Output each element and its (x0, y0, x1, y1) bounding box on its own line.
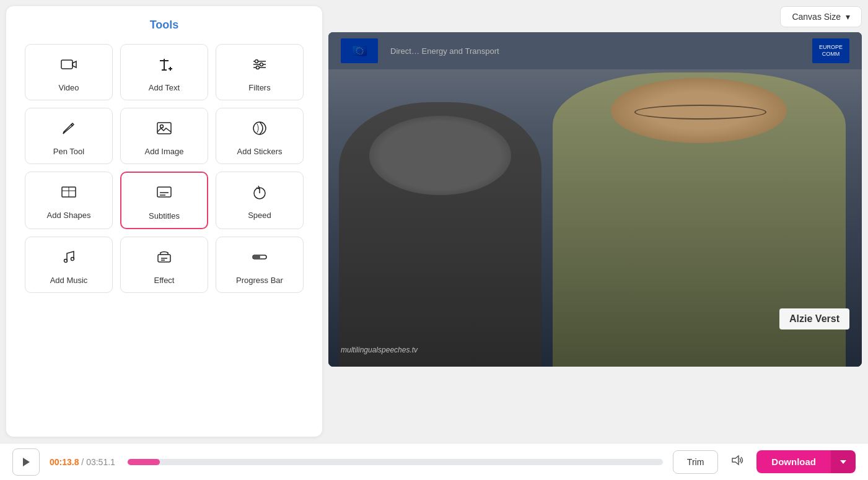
progress-bar[interactable] (128, 459, 663, 465)
total-time: 03:51.1 (86, 457, 115, 467)
banner-text: Direct… Energy and Transport (390, 46, 800, 56)
tool-add-shapes[interactable]: Add Shapes (25, 172, 113, 229)
video-preview: 🇪🇺 Direct… Energy and Transport EUROPECO… (328, 32, 862, 367)
svg-marker-32 (840, 460, 846, 464)
dropdown-chevron-icon (840, 458, 847, 466)
svg-point-15 (253, 122, 266, 134)
add-text-icon (156, 56, 173, 77)
tool-add-stickers-label: Add Stickers (237, 147, 283, 156)
svg-marker-30 (23, 458, 30, 466)
tool-subtitles[interactable]: Subtitles (120, 172, 208, 229)
tools-panel: Tools Video (6, 6, 322, 437)
svg-rect-0 (61, 60, 72, 69)
svg-point-12 (256, 66, 260, 69)
svg-rect-29 (253, 255, 260, 259)
progress-fill (128, 459, 160, 465)
svg-point-23 (64, 260, 68, 263)
svg-point-11 (260, 63, 263, 66)
canvas-size-label: Canvas Size (792, 12, 841, 22)
tool-pen-label: Pen Tool (53, 147, 84, 156)
canvas-size-button[interactable]: Canvas Size ▾ (780, 6, 862, 27)
video-scene: 🇪🇺 Direct… Energy and Transport EUROPECO… (328, 32, 862, 367)
watermark: multilingualspeeches.tv (341, 346, 418, 354)
tool-progress-bar[interactable]: Progress Bar (216, 237, 304, 293)
add-shapes-icon (60, 183, 77, 204)
tool-add-image[interactable]: Add Image (120, 108, 208, 164)
tool-video[interactable]: Video (25, 44, 113, 100)
tool-add-shapes-label: Add Shapes (47, 211, 91, 220)
trim-label: Trim (687, 457, 704, 467)
tool-add-text[interactable]: Add Text (120, 44, 208, 100)
tool-add-text-label: Add Text (149, 83, 180, 92)
trim-button[interactable]: Trim (673, 450, 718, 474)
canvas-top-bar: Canvas Size ▾ (328, 6, 862, 27)
tool-filters[interactable]: Filters (216, 44, 304, 100)
filters-icon (251, 56, 268, 77)
tool-progress-bar-label: Progress Bar (236, 276, 283, 285)
tool-speed-label: Speed (248, 211, 271, 220)
tools-title: Tools (25, 19, 304, 32)
add-music-icon (60, 248, 77, 269)
download-button-group: Download (756, 450, 856, 473)
tools-grid: Video Add Text (25, 44, 304, 293)
tool-filters-label: Filters (248, 83, 270, 92)
tool-effect[interactable]: Effect (120, 237, 208, 293)
person-left (339, 102, 541, 367)
bottom-toolbar: 00:13.8 / 03:51.1 Trim Download (0, 443, 868, 480)
progress-bar-icon (251, 248, 268, 269)
speed-icon (251, 183, 268, 204)
tool-add-stickers[interactable]: Add Stickers (216, 108, 304, 164)
tool-add-music-label: Add Music (50, 276, 88, 285)
volume-icon (730, 453, 744, 467)
subtitles-icon (156, 184, 173, 205)
tool-speed[interactable]: Speed (216, 172, 304, 229)
effect-icon (156, 248, 173, 269)
time-display: 00:13.8 / 03:51.1 (50, 457, 118, 467)
eu-flag-left: 🇪🇺 (341, 38, 378, 63)
play-button[interactable] (12, 448, 40, 476)
svg-point-10 (255, 60, 258, 63)
download-label: Download (771, 456, 816, 467)
eu-flag-right: EUROPECOMM (812, 38, 849, 63)
current-time: 00:13.8 (50, 457, 79, 467)
volume-button[interactable] (728, 451, 747, 473)
nameplate: Alzie Verst (779, 308, 849, 329)
tool-pen[interactable]: Pen Tool (25, 108, 113, 164)
canvas-area: Canvas Size ▾ 🇪🇺 Direct… Energy and Tran… (322, 0, 868, 443)
tool-add-music[interactable]: Add Music (25, 237, 113, 293)
add-stickers-icon (251, 120, 268, 141)
tool-subtitles-label: Subtitles (149, 211, 180, 220)
svg-marker-1 (72, 61, 76, 68)
tool-video-label: Video (58, 83, 79, 92)
video-icon (60, 56, 77, 77)
svg-point-24 (71, 258, 74, 261)
play-icon (22, 457, 30, 467)
pen-icon (60, 120, 77, 141)
download-button[interactable]: Download (756, 450, 831, 473)
video-banner: 🇪🇺 Direct… Energy and Transport EUROPECO… (328, 32, 862, 69)
svg-marker-31 (732, 456, 739, 465)
svg-rect-13 (157, 123, 171, 134)
tool-effect-label: Effect (154, 276, 174, 285)
download-dropdown-button[interactable] (831, 450, 856, 473)
svg-point-14 (160, 125, 164, 128)
add-image-icon (156, 120, 173, 141)
tool-add-image-label: Add Image (145, 147, 184, 156)
chevron-down-icon: ▾ (846, 12, 850, 22)
